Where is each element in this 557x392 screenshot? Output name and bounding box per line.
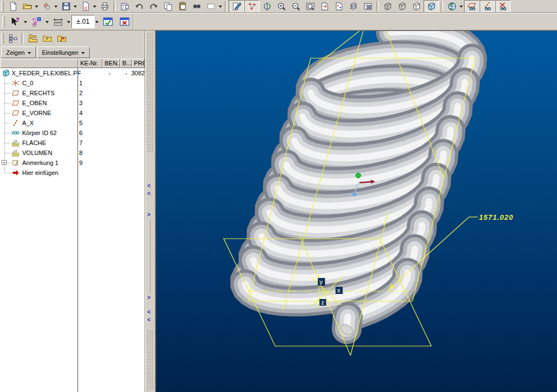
layers-button[interactable] <box>346 1 360 12</box>
datum-references-button[interactable] <box>244 0 260 13</box>
save-dropdown[interactable] <box>74 6 77 9</box>
select-help-button[interactable]: ? <box>7 14 23 29</box>
tree-item-anmerkung-1[interactable]: +Anmerkung 19 <box>0 158 145 168</box>
dimension-value[interactable]: 1571.020 <box>479 213 513 221</box>
triad-y-handle[interactable] <box>356 173 361 178</box>
column-header-ben[interactable]: BEN... <box>102 59 120 68</box>
sash-expand-icon[interactable]: > <box>147 212 151 218</box>
selection-box-button[interactable] <box>204 1 218 12</box>
datum-point-display-button[interactable] <box>495 0 510 13</box>
zeigen-button[interactable]: Zeigen <box>1 47 36 58</box>
toolbar-separator <box>114 1 116 12</box>
toolbar-handle[interactable] <box>1 33 4 44</box>
triad-z-handle[interactable] <box>353 193 357 197</box>
folder-browser-tab[interactable] <box>25 33 40 44</box>
model-tree-tab[interactable] <box>6 33 20 44</box>
toolbar-handle[interactable] <box>1 1 4 12</box>
export-button[interactable]: 0 <box>78 1 92 12</box>
toolbar-handle[interactable] <box>2 17 5 27</box>
measure-button[interactable] <box>50 14 66 29</box>
tree-item-k-rper-id-62[interactable]: Körper ID 626 <box>0 128 145 138</box>
no-hidden-button[interactable] <box>409 1 424 12</box>
column-header-ke-nr[interactable]: KE-Nr. <box>78 59 102 68</box>
tree-item-fl-che[interactable]: FLÄCHE7 <box>0 138 145 148</box>
sash-collapse-icon[interactable]: < <box>147 310 151 315</box>
find-button[interactable] <box>189 1 204 12</box>
expander-icon[interactable]: + <box>2 160 7 165</box>
saved-views-button[interactable] <box>445 1 459 12</box>
open-button[interactable] <box>20 1 34 12</box>
note-icon <box>12 159 19 167</box>
tree-item-e-oben[interactable]: E_OBEN3 <box>0 98 145 108</box>
export-dropdown[interactable] <box>93 6 96 9</box>
datum-axis-display-button[interactable] <box>479 0 495 13</box>
cancel-window-button[interactable] <box>116 14 133 29</box>
dimension-info-dropdown[interactable] <box>45 21 49 25</box>
einstellungen-button[interactable]: Einstellungen <box>37 47 90 58</box>
sash-drag-track[interactable] <box>150 221 151 293</box>
view-manager-button[interactable] <box>360 1 375 12</box>
svg-text:?: ? <box>16 17 19 23</box>
sash-collapse-icon[interactable]: < <box>147 183 151 189</box>
saved-views-dropdown[interactable] <box>460 6 463 9</box>
toolbar-separator <box>441 1 443 12</box>
print-button[interactable] <box>97 1 112 12</box>
column-header-b[interactable]: B... <box>120 59 132 68</box>
tree-item-a-x[interactable]: A_X5 <box>0 118 145 128</box>
tree-item-hier-einf-gen[interactable]: Hier einfügen <box>0 168 145 178</box>
measure-dropdown[interactable] <box>67 21 70 25</box>
zoom-out-button[interactable] <box>288 1 303 12</box>
favorites-folder-icon: * <box>43 34 52 43</box>
tools-tab[interactable] <box>54 33 69 44</box>
tree-item-e-vorne[interactable]: E_VORNE4 <box>0 108 145 118</box>
tree-item-volumen[interactable]: VOLUMEN8 <box>0 148 145 158</box>
copy-button[interactable] <box>161 1 175 12</box>
tree-item-ke-nr: 4 <box>79 108 82 118</box>
paste-button[interactable] <box>175 1 189 12</box>
zoom-in-button[interactable] <box>274 1 288 12</box>
reorient-button[interactable] <box>332 1 346 12</box>
model-tree-icon <box>8 34 18 43</box>
open-dropdown[interactable] <box>35 6 38 9</box>
select-help-dropdown[interactable] <box>24 21 27 25</box>
zoom-fit-button[interactable] <box>303 1 317 12</box>
tree-item-e-rechts[interactable]: E_RECHTS2 <box>0 88 145 98</box>
model-canvas[interactable]: 1571.020 y x z <box>156 31 556 391</box>
repaint-button[interactable] <box>229 0 244 13</box>
new-file-button[interactable] <box>6 1 20 12</box>
sash-collapse-icon[interactable]: < <box>147 317 151 323</box>
tree-root-item[interactable]: X_FEDER_FLEXIBEL.PF - - 3082 <box>0 68 145 78</box>
zeigen-dropdown-icon <box>28 52 31 56</box>
accept-window-button[interactable] <box>100 14 116 29</box>
shaded-button[interactable] <box>424 0 439 13</box>
selection-box-icon <box>207 2 216 11</box>
tolerance-dropdown[interactable] <box>95 21 99 25</box>
erase-dropdown[interactable] <box>54 6 58 9</box>
tree-item-c-0[interactable]: C_01 <box>0 78 145 88</box>
panel-sash[interactable]: < < > > < < <box>145 30 156 392</box>
erase-button[interactable] <box>39 1 54 12</box>
new-file-icon <box>8 2 18 11</box>
column-header-name[interactable] <box>0 59 78 68</box>
tolerance-box[interactable]: ±.01 <box>71 15 95 28</box>
datum-plane-display-button[interactable] <box>464 0 479 13</box>
spin-center-button[interactable] <box>260 1 274 12</box>
sash-expand-icon[interactable]: > <box>147 295 151 301</box>
dimension-info-button[interactable]: d1i0.0 <box>28 14 45 29</box>
undo-button[interactable] <box>132 1 146 12</box>
paste-special-button[interactable] <box>117 1 132 12</box>
sash-texture <box>147 329 154 390</box>
wireframe-button[interactable] <box>380 1 395 12</box>
model-tree: KE-Nr. BEN... B... PRO X_FEDER_FLEXIBEL.… <box>0 59 145 392</box>
hidden-line-button[interactable] <box>395 1 409 12</box>
refit-button[interactable] <box>317 1 332 12</box>
save-button[interactable] <box>59 1 73 12</box>
graphics-viewport[interactable]: 1571.020 y x z <box>156 30 557 392</box>
selection-toolbar-group: ? d1i0.0 ±.01 <box>0 13 133 30</box>
sash-collapse-icon[interactable]: < <box>147 191 151 197</box>
tree-item-label: A_X <box>22 118 34 128</box>
redo-button[interactable] <box>146 1 161 12</box>
column-header-pro[interactable]: PRO <box>132 59 145 68</box>
favorites-tab[interactable]: * <box>40 33 54 44</box>
selection-box-dropdown[interactable] <box>219 6 222 9</box>
